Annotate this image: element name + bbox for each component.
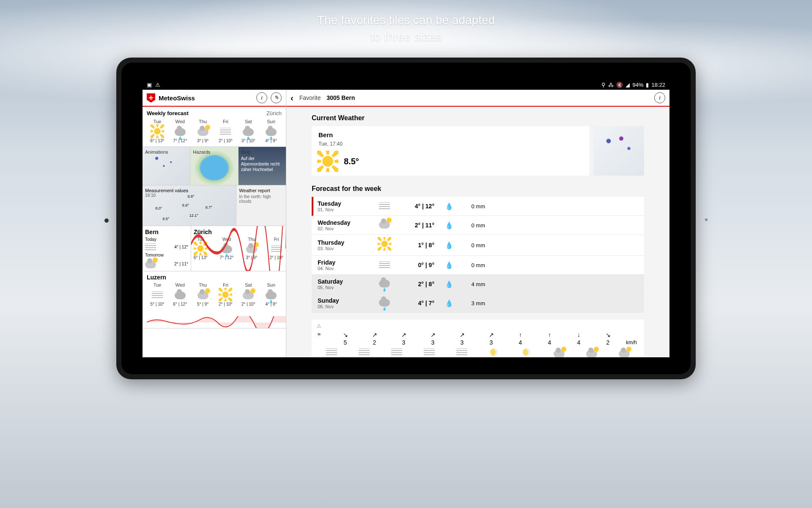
measurement-value: 8.0°	[155, 206, 162, 210]
day-column: Fri2° | 10°	[215, 282, 236, 306]
fog-icon	[359, 348, 370, 355]
fog-icon	[379, 202, 390, 209]
cloud-sun-icon	[619, 350, 630, 357]
animations-tile[interactable]: Animations	[143, 147, 190, 185]
info-button[interactable]: i	[256, 92, 267, 103]
forecast-row[interactable]: Saturday05. Nov2° | 8°💧4 mm	[312, 275, 644, 294]
info-button[interactable]: i	[654, 92, 665, 103]
hourly-detail: ⚠ ⚑ ↘↗↗↗↗↗↑↑↓↘ 5233334442km/h °C mm/h 13…	[312, 320, 644, 357]
wind-arrow-icon: ↗	[361, 331, 388, 338]
fog-icon	[145, 243, 156, 250]
wind-arrow-icon: ↑	[507, 331, 534, 338]
favorite-label: Favorite	[299, 94, 321, 101]
measurement-value: 8.5°	[162, 217, 169, 221]
bluetooth-icon: ⁂	[608, 82, 614, 88]
forecast-week-title: Forecast for the week	[312, 185, 644, 193]
fog-icon	[220, 128, 231, 135]
battery-percent: 94%	[632, 82, 643, 88]
luzern-sparkline	[147, 316, 286, 328]
warning-icon: ⚠	[155, 82, 160, 88]
forecast-row[interactable]: Thursday03. Nov1° | 8°💧0 mm	[312, 235, 644, 256]
promo-caption: The favorites tiles can be adapted to th…	[317, 12, 495, 45]
cloud-sun-icon	[379, 221, 390, 229]
app-title: MeteoSwiss	[159, 94, 253, 102]
precip-icon: 💧	[443, 221, 455, 229]
day-column: Sat2° | 10°	[238, 282, 259, 306]
fog-icon	[379, 261, 390, 268]
forecast-row[interactable]: Wednesday02. Nov2° | 11°💧0 mm	[312, 216, 644, 235]
wind-arrow-icon: ↗	[420, 331, 446, 338]
zurich-med-tile[interactable]: Zürich Tue6° | 13°Wed7° | 12°Thu3° | 9°F…	[191, 226, 286, 271]
wind-arrow-icon: ↗	[390, 331, 417, 338]
weekly-location: Zürich	[266, 110, 282, 116]
back-button[interactable]: ‹	[291, 93, 294, 103]
moon-icon	[523, 348, 530, 356]
sun-icon	[379, 238, 390, 249]
measurement-value: 8.7°	[206, 205, 212, 210]
day-column: Tue6° | 13°	[147, 119, 168, 143]
cloud-rain-icon	[379, 299, 390, 306]
moon-icon	[490, 348, 498, 356]
wind-arrow-icon: ↓	[565, 331, 592, 338]
fog-icon	[391, 348, 402, 355]
weather-report-tile[interactable]: Weather report In the north: high clouds	[236, 185, 286, 226]
sun-icon	[220, 289, 231, 300]
forecast-list: Tuesday01. Nov4° | 12°💧0 mmWednesday02. …	[312, 197, 644, 313]
weekly-title: Weekly forecast	[147, 110, 189, 116]
day-column: Wed7° | 12°	[170, 119, 191, 143]
tablet-frame: ▣ ⚠ ⚲ ⁂ 🔇 ◢ 94% ▮ 18:22 MeteoSwiss i ✎ W…	[116, 58, 696, 379]
wind-arrow-icon: ↗	[478, 331, 505, 338]
blog-tile[interactable]: Blog Auf der Alpennordseite recht zäher …	[239, 147, 286, 185]
edit-button[interactable]: ✎	[271, 92, 282, 103]
location-icon: ⚲	[601, 82, 606, 88]
detail-header: ‹ Favorite 3005 Bern i	[286, 90, 669, 107]
measurement-value: 9.8°	[187, 194, 194, 199]
wind-arrow-icon: ↘	[332, 331, 359, 338]
measurement-value: 12.1°	[189, 213, 198, 218]
precip-icon: 💧	[443, 241, 455, 249]
zurich-sparkline	[191, 226, 286, 271]
weekly-forecast-tile[interactable]: Weekly forecast Zürich Tue6° | 13°Wed7° …	[143, 107, 286, 147]
cloud-sun-icon	[198, 128, 208, 136]
measurement-tile[interactable]: Measurement values 18:10 9.8°5.9°8.0°8.7…	[143, 185, 236, 226]
favorite-location: 3005 Bern	[326, 94, 355, 101]
clock: 18:22	[651, 82, 665, 88]
bern-small-tile[interactable]: Bern Today 4° | 12° Tomorrow 2° | 11°	[143, 226, 191, 271]
cloud-rain-icon	[379, 280, 390, 287]
precip-icon: 💧	[443, 261, 455, 269]
tablet-led	[705, 218, 708, 221]
current-weather-card[interactable]: Bern Tue, 17:40 8.5°	[312, 126, 589, 176]
day-column: Sun4° | 8°	[261, 282, 282, 306]
battery-icon: ▮	[646, 82, 649, 88]
android-status-bar: ▣ ⚠ ⚲ ⁂ 🔇 ◢ 94% ▮ 18:22	[143, 80, 669, 90]
detail-panel: ‹ Favorite 3005 Bern i Current Weather B…	[286, 90, 669, 357]
favorites-panel: MeteoSwiss i ✎ Weekly forecast Zürich Tu…	[143, 90, 286, 357]
meteoswiss-logo-icon	[147, 93, 155, 102]
fog-icon	[424, 348, 435, 355]
forecast-row[interactable]: Friday04. Nov0° | 9°💧0 mm	[312, 256, 644, 275]
day-column: Sun4° | 9°	[261, 119, 282, 143]
cloud-rain-icon	[243, 128, 254, 136]
cloud-rain-icon	[266, 292, 277, 299]
day-column: Tue5° | 10°	[147, 282, 168, 306]
fog-icon	[152, 291, 163, 298]
precip-icon: 💧	[443, 280, 455, 288]
forecast-row[interactable]: Tuesday01. Nov4° | 12°💧0 mm	[312, 197, 644, 216]
day-column: Wed6° | 12°	[170, 282, 191, 306]
cloud-sun-icon	[198, 292, 208, 299]
cloud-sun-icon	[586, 350, 597, 357]
forecast-row[interactable]: Sunday06. Nov4° | 7°💧3 mm	[312, 294, 644, 313]
measurement-value: 5.9°	[182, 203, 189, 207]
cloud-rain-icon	[266, 128, 277, 136]
radar-map-card[interactable]	[593, 126, 644, 176]
cloud-icon	[175, 292, 186, 299]
hazards-tile[interactable]: Hazards	[190, 147, 238, 185]
sun-icon	[318, 152, 337, 171]
sun-icon	[152, 126, 163, 137]
wind-arrow-icon: ↑	[536, 331, 563, 338]
luzern-large-tile[interactable]: Luzern Tue5° | 10°Wed6° | 12°Thu5° | 9°F…	[143, 271, 286, 329]
wind-arrow-icon: ↗	[449, 331, 475, 338]
wifi-icon: ◢	[625, 82, 630, 88]
fog-icon	[456, 348, 467, 355]
image-icon: ▣	[147, 82, 152, 88]
